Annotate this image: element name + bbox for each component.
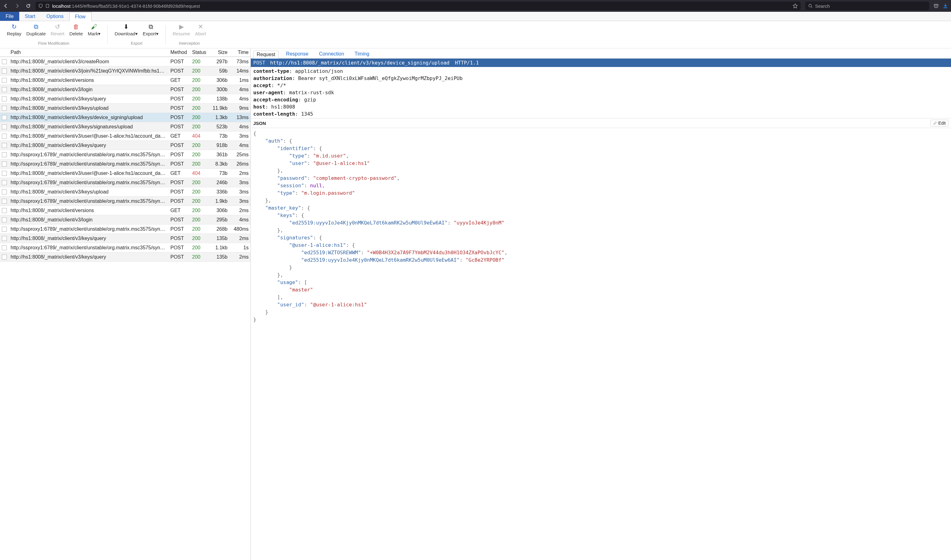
row-checkbox[interactable] (2, 217, 7, 222)
replay-button[interactable]: ↻ Replay (5, 23, 24, 36)
row-time: 2ms (229, 206, 250, 215)
tab-timing[interactable]: Timing (352, 50, 372, 58)
search-placeholder: Search (815, 3, 830, 9)
row-checkbox[interactable] (2, 199, 7, 204)
json-label: JSON (253, 121, 266, 126)
col-status[interactable]: Status (190, 48, 210, 57)
url-path: :1445/#/flows/fba5f13d-91e1-4374-81fd-90… (71, 3, 200, 9)
menu-options[interactable]: Options (41, 12, 69, 21)
row-method: POST (168, 197, 190, 205)
flow-row[interactable]: http://hs1:8008/_matrix/client/v3/keys/u… (0, 187, 250, 197)
row-time: 1s (229, 244, 250, 252)
row-checkbox[interactable] (2, 236, 7, 241)
export-button[interactable]: ⧉ Export▾ (140, 23, 161, 37)
reload-button[interactable] (25, 3, 31, 9)
url-bar[interactable]: localhost:1445/#/flows/fba5f13d-91e1-437… (36, 2, 801, 10)
flow-row[interactable]: http://ssproxy1:6789/_matrix/client/unst… (0, 178, 250, 187)
row-size: 268b (210, 225, 229, 233)
bookmark-button[interactable] (793, 3, 798, 8)
row-time: 13ms (229, 114, 250, 122)
delete-button[interactable]: 🗑 Delete (67, 23, 85, 36)
flow-row[interactable]: http://ssproxy1:6789/_matrix/client/unst… (0, 225, 250, 234)
row-checkbox[interactable] (2, 87, 7, 92)
download-button[interactable]: ⬇ Download▾ (112, 23, 140, 37)
row-checkbox[interactable] (2, 227, 7, 232)
flow-row[interactable]: http://hs1:8008/_matrix/client/v3/join/%… (0, 66, 250, 75)
row-status: 200 (190, 178, 210, 187)
flow-row[interactable]: http://hs1:8008/_matrix/client/versionsG… (0, 75, 250, 85)
col-size[interactable]: Size (210, 48, 229, 57)
row-checkbox[interactable] (2, 208, 7, 213)
row-checkbox[interactable] (2, 78, 7, 83)
row-method: POST (168, 225, 190, 233)
flow-row[interactable]: http://hs1:8008/_matrix/client/v3/keys/s… (0, 122, 250, 131)
json-body[interactable]: { "auth": { "identifier": { "type": "m.i… (251, 128, 951, 560)
tab-connection[interactable]: Connection (316, 50, 347, 58)
row-checkbox[interactable] (2, 162, 7, 166)
duplicate-button[interactable]: ⧉ Duplicate (24, 23, 48, 36)
row-checkbox[interactable] (2, 115, 7, 120)
row-size: 306b (210, 76, 229, 85)
menu-file[interactable]: File (0, 12, 19, 21)
row-checkbox[interactable] (2, 180, 7, 185)
arrow-left-icon (3, 3, 8, 8)
row-path: http://hs1:8008/_matrix/client/v3/keys/q… (9, 253, 168, 261)
flow-row[interactable]: http://hs1:8008/_matrix/client/v3/keys/q… (0, 234, 250, 243)
flow-row[interactable]: http://hs1:8008/_matrix/client/v3/create… (0, 57, 250, 66)
edit-json-button[interactable]: Edit (931, 120, 948, 126)
row-checkbox[interactable] (2, 97, 7, 102)
flow-row[interactable]: http://hs1:8008/_matrix/client/v3/user/@… (0, 169, 250, 178)
row-path: http://hs1:8008/_matrix/client/v3/login (9, 216, 168, 224)
flow-row[interactable]: http://hs1:8008/_matrix/client/v3/keys/q… (0, 141, 250, 150)
row-path: http://hs1:8008/_matrix/client/versions (9, 206, 168, 215)
row-checkbox[interactable] (2, 59, 7, 64)
row-checkbox[interactable] (2, 152, 7, 157)
row-checkbox[interactable] (2, 106, 7, 111)
row-method: POST (168, 142, 190, 149)
flow-row[interactable]: http://ssproxy1:6789/_matrix/client/unst… (0, 150, 250, 159)
menu-flow[interactable]: Flow (69, 12, 91, 21)
row-checkbox[interactable] (2, 125, 7, 129)
row-time: 480ms (229, 225, 250, 233)
flow-row[interactable]: http://ssproxy1:6789/_matrix/client/unst… (0, 197, 250, 206)
search-bar[interactable]: Search (805, 2, 929, 10)
col-method[interactable]: Method (168, 48, 190, 57)
row-checkbox[interactable] (2, 245, 7, 250)
row-checkbox[interactable] (2, 171, 7, 176)
tab-request[interactable]: Request (253, 51, 279, 58)
row-path: http://ssproxy1:6789/_matrix/client/unst… (9, 244, 168, 252)
menu-start[interactable]: Start (19, 12, 41, 21)
flow-row[interactable]: http://hs1:8008/_matrix/client/v3/keys/d… (0, 113, 250, 122)
row-checkbox[interactable] (2, 134, 7, 138)
forward-button[interactable] (14, 3, 20, 9)
col-path[interactable]: Path (9, 48, 168, 57)
flow-row[interactable]: http://hs1:8008/_matrix/client/v3/user/@… (0, 131, 250, 141)
col-time[interactable]: Time (229, 48, 250, 57)
revert-button[interactable]: ↺ Revert (48, 23, 67, 36)
flow-row[interactable]: http://ssproxy1:6789/_matrix/client/unst… (0, 243, 250, 252)
row-size: 295b (210, 216, 229, 224)
abort-button[interactable]: ✕ Abort (193, 23, 208, 36)
row-checkbox[interactable] (2, 69, 7, 74)
row-checkbox[interactable] (2, 189, 7, 194)
pocket-button[interactable] (934, 3, 939, 8)
request-method: POST (253, 60, 266, 66)
flow-row[interactable]: http://hs1:8008/_matrix/client/v3/keys/q… (0, 252, 250, 262)
toolbar: ↻ Replay ⧉ Duplicate ↺ Revert 🗑 Delete 🖌… (0, 21, 951, 48)
revert-icon: ↺ (55, 23, 60, 31)
row-checkbox[interactable] (2, 255, 7, 260)
row-checkbox[interactable] (2, 143, 7, 148)
flow-row[interactable]: http://hs1:8008/_matrix/client/v3/loginP… (0, 215, 250, 225)
flow-row[interactable]: http://hs1:8008/_matrix/client/v3/keys/u… (0, 103, 250, 113)
resume-button[interactable]: ▶ Resume (170, 23, 193, 36)
flow-list-body[interactable]: http://hs1:8008/_matrix/client/v3/create… (0, 57, 250, 560)
flow-row[interactable]: http://hs1:8008/_matrix/client/v3/loginP… (0, 85, 250, 94)
flow-row[interactable]: http://ssproxy1:6789/_matrix/client/unst… (0, 159, 250, 169)
tab-response[interactable]: Response (283, 50, 312, 58)
flow-row[interactable]: http://hs1:8008/_matrix/client/versionsG… (0, 206, 250, 215)
flow-row[interactable]: http://hs1:8008/_matrix/client/v3/keys/q… (0, 94, 250, 103)
mark-button[interactable]: 🖌 Mark▾ (85, 23, 103, 37)
header-row: user-agent: matrix-rust-sdk (253, 89, 948, 96)
back-button[interactable] (3, 3, 9, 9)
downloads-button[interactable] (943, 3, 948, 8)
